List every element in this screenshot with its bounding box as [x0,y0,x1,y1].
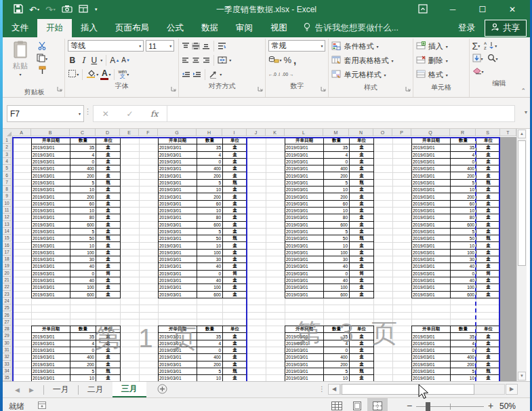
previous-sheet-icon[interactable]: ◀ [15,387,20,393]
table-cell[interactable]: 2019/03/01 [159,201,197,208]
table-cell[interactable]: 600 [70,222,96,229]
table-cell[interactable]: 4 [197,152,223,159]
table-cell[interactable]: 40 [324,277,350,284]
ribbon-tab-插入[interactable]: 插入 [72,19,106,37]
row-header-13[interactable]: 13 [3,221,12,228]
fill-button[interactable]: ▾ [472,54,483,64]
table-cell[interactable]: 600 [451,222,476,229]
table-cell[interactable]: 2019/03/01 [412,201,451,208]
table-cell[interactable]: 4 [451,340,476,347]
table-cell[interactable]: 2019/03/01 [32,214,70,221]
table-cell[interactable]: 盒 [223,333,247,340]
close-button[interactable]: ✕ [497,0,527,19]
table-cell[interactable]: 0 [451,271,476,277]
table-cell[interactable]: 2019/03/01 [412,144,451,151]
table-cell[interactable]: 盒 [350,172,374,179]
table-cell[interactable]: 2019/03/01 [32,180,70,187]
row-header-10[interactable]: 10 [3,200,12,207]
row-header-31[interactable]: 31 [3,347,12,353]
table-cell[interactable]: 60 [324,201,350,208]
table-cell[interactable]: 0 [324,271,350,277]
table-cell[interactable]: 2019/03/01 [285,152,324,159]
table-cell[interactable]: 2019/03/01 [412,222,451,229]
table-cell[interactable]: 2019/03/01 [32,193,70,200]
table-cell[interactable]: 盒 [96,159,121,165]
camera-button[interactable] [62,5,73,14]
formula-input[interactable] [167,105,515,122]
table-cell[interactable]: 40 [197,277,223,284]
table-header-cell[interactable]: 单位 [476,326,501,333]
column-header-M[interactable]: M [323,129,349,136]
table-cell[interactable]: 5 [324,229,350,235]
column-header-R[interactable]: R [450,129,476,136]
cut-button[interactable] [37,41,47,52]
table-cell[interactable]: 盒 [223,361,247,368]
table-cell[interactable]: 2019/03/01 [159,193,197,200]
row-header-18[interactable]: 18 [3,256,12,262]
table-cell[interactable]: 盒 [350,250,374,256]
cell-styles-button[interactable]: 单元格样式▾ [331,68,409,82]
table-cell[interactable]: 盒 [96,208,121,214]
row-header-25[interactable]: 25 [3,305,12,311]
data-table[interactable]: 开单日期数量单位2019/03/0135盒2019/03/014盒2019/03… [411,137,501,298]
customize-qat-button[interactable]: ▼ [94,7,98,12]
table-tool-button[interactable] [79,5,88,14]
table-cell[interactable]: 2019/03/01 [159,292,197,298]
align-left-button[interactable] [182,57,190,64]
table-cell[interactable]: 100 [70,284,96,291]
table-cell[interactable]: 2019/03/01 [285,208,324,214]
table-cell[interactable]: 10 [197,187,223,193]
normal-view-button[interactable] [327,398,347,411]
table-cell[interactable]: 瓶 [96,235,121,242]
table-cell[interactable]: 盒 [96,193,121,200]
expand-formula-bar-icon[interactable]: ▾ [525,109,527,115]
table-cell[interactable]: 盒 [476,242,501,249]
table-cell[interactable]: 盒 [476,361,501,368]
phonetic-guide-button[interactable]: wén文 ▾ [118,69,129,79]
table-cell[interactable]: 2019/03/01 [412,368,451,375]
table-cell[interactable]: 5 [70,229,96,235]
table-cell[interactable]: 4 [70,340,96,347]
table-cell[interactable]: 2019/03/01 [32,271,70,277]
align-middle-button[interactable] [192,43,200,50]
table-cell[interactable]: 200 [70,193,96,200]
orientation-button[interactable] [209,71,218,79]
scroll-up-icon[interactable]: ▲ [518,130,526,138]
row-header-3[interactable]: 3 [3,151,12,158]
table-cell[interactable]: 2019/03/01 [32,340,70,347]
increase-decimal-button[interactable]: ←.0 .00 [268,71,280,78]
table-cell[interactable]: 盒 [476,347,501,354]
table-cell[interactable]: 盒 [223,152,247,159]
table-header-cell[interactable]: 单位 [476,138,501,144]
table-cell[interactable]: 600 [197,222,223,229]
table-cell[interactable]: 2019/03/01 [412,361,451,368]
zoom-out-button[interactable]: − [407,400,412,411]
column-header-G[interactable]: G [158,129,197,136]
maximize-button[interactable]: ☐ [468,0,497,19]
table-cell[interactable]: 盒 [350,256,374,263]
table-cell[interactable]: 盒 [350,361,374,368]
table-cell[interactable]: 盒 [476,263,501,270]
column-header-N[interactable]: N [349,129,373,136]
table-cell[interactable]: 2019/03/01 [285,361,324,368]
table-cell[interactable]: 2019/03/01 [32,159,70,165]
font-name-select[interactable]: 等线▾ [68,40,144,52]
ribbon-tab-视图[interactable]: 视图 [262,19,296,37]
table-cell[interactable]: 盒 [476,144,501,151]
table-cell[interactable]: 5 [70,180,96,187]
row-header-14[interactable]: 14 [3,228,12,235]
table-header-cell[interactable]: 单位 [223,138,247,144]
table-cell[interactable]: 10 [197,208,223,214]
table-cell[interactable]: 盒 [96,187,121,193]
table-cell[interactable]: 2019/03/01 [412,284,451,291]
table-cell[interactable]: 2019/03/01 [32,229,70,235]
font-size-select[interactable]: 11▾ [146,40,174,52]
table-cell[interactable]: 4 [70,152,96,159]
table-cell[interactable]: 10 [197,375,223,381]
table-cell[interactable]: 2019/03/01 [412,277,451,284]
number-format-select[interactable]: 常规▾ [268,40,325,52]
table-cell[interactable]: 瓶 [96,180,121,187]
borders-button[interactable]: ▾ [68,69,79,79]
table-cell[interactable]: 200 [70,361,96,368]
table-cell[interactable]: 2019/03/01 [285,180,324,187]
